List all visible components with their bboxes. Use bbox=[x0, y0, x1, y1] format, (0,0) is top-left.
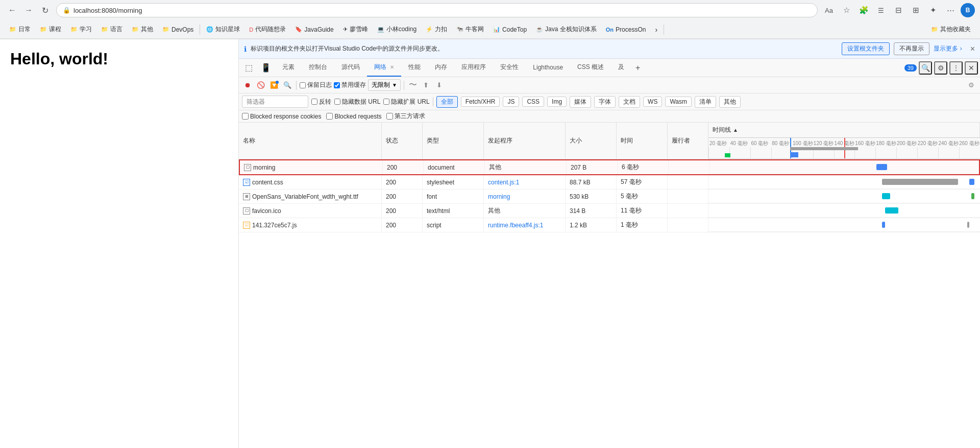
cell-name-favicon[interactable]: ☐ favicon.ico bbox=[239, 204, 382, 218]
throttle-dropdown[interactable]: 无限制 ▼ bbox=[368, 79, 401, 91]
record-button[interactable]: ⏺ bbox=[242, 80, 253, 91]
download-button[interactable]: ⬇ bbox=[434, 80, 445, 91]
upload-button[interactable]: ⬆ bbox=[421, 80, 432, 91]
bookmark-codetop[interactable]: 📊 CodeTop bbox=[489, 24, 531, 35]
bookmark-devops[interactable]: 📁 DevOps bbox=[158, 24, 198, 35]
bookmark-liaoxuefeng[interactable]: ✈ 廖雪峰 bbox=[339, 23, 372, 36]
filter-media-button[interactable]: 媒体 bbox=[570, 96, 591, 108]
filter-clear-button[interactable]: 清单 bbox=[695, 96, 716, 108]
header-type[interactable]: 类型 bbox=[423, 123, 484, 159]
read-mode-button[interactable]: Aa bbox=[822, 3, 836, 17]
filter-css-button[interactable]: CSS bbox=[522, 97, 544, 107]
hide-ext-urls-checkbox[interactable]: 隐藏扩展 URL bbox=[383, 98, 429, 106]
tab-sources[interactable]: 源代码 bbox=[334, 59, 367, 77]
hide-ext-input[interactable] bbox=[383, 99, 389, 105]
tab-close-icon[interactable]: ✕ bbox=[390, 64, 394, 70]
set-root-button[interactable]: 设置根文件夹 bbox=[842, 42, 890, 55]
filter-doc-button[interactable]: 文档 bbox=[619, 96, 640, 108]
forward-button[interactable]: → bbox=[21, 3, 36, 17]
add-tab-button[interactable]: + bbox=[631, 61, 644, 75]
filter-toggle-button[interactable]: 🔽 bbox=[268, 80, 280, 91]
header-size[interactable]: 大小 bbox=[566, 123, 617, 159]
devtools-tab-inspect[interactable]: ⬚ bbox=[241, 63, 257, 73]
clear-button[interactable]: 🚫 bbox=[255, 80, 266, 91]
blocked-cookies-checkbox[interactable]: Blocked response cookies bbox=[242, 113, 321, 120]
invert-input[interactable] bbox=[311, 99, 317, 105]
bookmark-other[interactable]: 📁 其他 bbox=[128, 23, 157, 36]
network-settings-button[interactable]: ⚙ bbox=[966, 80, 977, 91]
filter-input[interactable] bbox=[242, 96, 308, 108]
cell-name-css[interactable]: ☑ content.css bbox=[239, 175, 382, 189]
tab-performance[interactable]: 性能 bbox=[401, 59, 428, 77]
cell-name-font[interactable]: ⊞ OpenSans_VariableFont_wdth_wght.ttf bbox=[239, 190, 382, 203]
tab-security[interactable]: 安全性 bbox=[493, 59, 526, 77]
bookmark-processon[interactable]: On ProcessOn bbox=[602, 24, 650, 35]
bookmark-more-chevron[interactable]: › bbox=[651, 23, 662, 36]
filter-font-button[interactable]: 字体 bbox=[594, 96, 616, 108]
blocked-cookies-input[interactable] bbox=[242, 113, 249, 120]
invert-checkbox[interactable]: 反转 bbox=[311, 98, 331, 106]
extensions-button[interactable]: 🧩 bbox=[856, 3, 871, 17]
split-button[interactable]: ⊞ bbox=[909, 3, 923, 17]
filter-img-button[interactable]: Img bbox=[547, 97, 567, 107]
network-table-container[interactable]: 名称 状态 类型 发起程序 大小 时间 履行者 时间线 ▲ bbox=[239, 123, 980, 448]
devtools-tab-mobile[interactable]: 📱 bbox=[257, 63, 275, 73]
disable-cache-checkbox[interactable]: 禁用缓存 bbox=[334, 81, 366, 89]
back-button[interactable]: ← bbox=[5, 3, 19, 17]
tab-more[interactable]: 及 bbox=[611, 59, 631, 77]
devtools-settings-button[interactable]: ⚙ bbox=[934, 61, 947, 75]
cell-initiator-font[interactable]: morning bbox=[484, 190, 566, 203]
filter-all-button[interactable]: 全部 bbox=[436, 96, 458, 108]
tab-application[interactable]: 应用程序 bbox=[454, 59, 493, 77]
header-time[interactable]: 时间 bbox=[617, 123, 668, 159]
hide-data-urls-checkbox[interactable]: 隐藏数据 URL bbox=[334, 98, 380, 106]
header-name[interactable]: 名称 bbox=[239, 123, 382, 159]
timeline-header-cell[interactable]: 时间线 ▲ bbox=[708, 123, 980, 138]
address-bar[interactable]: 🔒 localhost:8080/morning bbox=[56, 3, 818, 17]
header-initiator[interactable]: 发起程序 bbox=[484, 123, 566, 159]
show-more-link[interactable]: 显示更多 › bbox=[934, 44, 962, 53]
collections-button[interactable]: ☰ bbox=[874, 3, 888, 17]
table-row-font[interactable]: ⊞ OpenSans_VariableFont_wdth_wght.ttf 20… bbox=[239, 190, 980, 204]
bookmark-xingqiu[interactable]: 🌐 知识星球 bbox=[202, 23, 244, 36]
copilot-button[interactable]: ✦ bbox=[926, 3, 940, 17]
close-info-button[interactable]: × bbox=[970, 44, 975, 54]
bookmark-suixiang[interactable]: D 代码随想录 bbox=[245, 23, 290, 36]
table-row-content-css[interactable]: ☑ content.css 200 stylesheet content.js:… bbox=[239, 175, 980, 190]
table-row-favicon[interactable]: ☐ favicon.ico 200 text/html 其他 314 B 11 … bbox=[239, 204, 980, 218]
header-status[interactable]: 状态 bbox=[382, 123, 423, 159]
tab-css-overview[interactable]: CSS 概述 bbox=[570, 59, 611, 77]
cell-initiator-js[interactable]: runtime.fbeeaff4.js:1 bbox=[484, 218, 566, 232]
bookmark-coding[interactable]: 💻 小林coding bbox=[373, 23, 421, 36]
tab-memory[interactable]: 内存 bbox=[428, 59, 454, 77]
filter-fetch-xhr-button[interactable]: Fetch/XHR bbox=[461, 97, 500, 107]
tab-lighthouse[interactable]: Lighthouse bbox=[526, 60, 570, 76]
cell-name-morning[interactable]: ☐ morning bbox=[240, 160, 383, 174]
table-row-morning[interactable]: ☐ morning 200 document 其他 207 B 6 毫秒 bbox=[239, 159, 980, 175]
search-button[interactable]: 🔍 bbox=[282, 80, 293, 91]
dont-show-button[interactable]: 不再显示 bbox=[894, 42, 929, 55]
filter-js-button[interactable]: JS bbox=[503, 97, 519, 107]
bookmark-daily[interactable]: 📁 日常 bbox=[5, 23, 35, 36]
refresh-button[interactable]: ↻ bbox=[38, 3, 52, 17]
hide-data-input[interactable] bbox=[334, 99, 340, 105]
bookmark-study[interactable]: 📁 学习 bbox=[66, 23, 96, 36]
table-row-js[interactable]: ☑ 141.327ce5c7.js 200 script runtime.fbe… bbox=[239, 218, 980, 232]
tab-network[interactable]: 网络 ✕ bbox=[367, 59, 401, 77]
bookmark-niuke[interactable]: 🐄 牛客网 bbox=[452, 23, 488, 36]
blocked-requests-input[interactable] bbox=[326, 113, 333, 120]
cell-initiator-css[interactable]: content.js:1 bbox=[484, 175, 566, 189]
devtools-close-button[interactable]: ✕ bbox=[965, 61, 978, 75]
third-party-checkbox[interactable]: 第三方请求 bbox=[386, 112, 425, 121]
more-button[interactable]: ⋯ bbox=[943, 3, 958, 17]
blocked-requests-checkbox[interactable]: Blocked requests bbox=[326, 113, 381, 120]
devtools-search-button[interactable]: 🔍 bbox=[919, 61, 932, 75]
profile-button[interactable]: B bbox=[961, 3, 975, 17]
bookmark-java-full[interactable]: ☕ Java 全栈知识体系 bbox=[532, 23, 601, 36]
bookmark-language[interactable]: 📁 语言 bbox=[97, 23, 127, 36]
filter-other-button[interactable]: 其他 bbox=[719, 96, 741, 108]
filter-ws-button[interactable]: WS bbox=[643, 97, 662, 107]
bookmark-other-folder[interactable]: 📁 其他收藏夹 bbox=[927, 23, 975, 36]
bookmark-course[interactable]: 📁 课程 bbox=[36, 23, 65, 36]
header-fulfiller[interactable]: 履行者 bbox=[668, 123, 708, 159]
